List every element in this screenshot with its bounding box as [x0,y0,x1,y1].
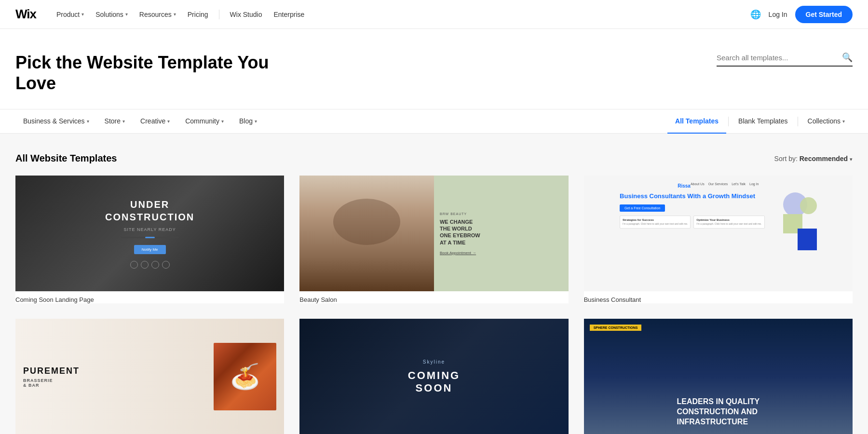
thumb-restaurant-content: PUREMENT BRASSERIE& BAR [15,319,284,434]
cat-store[interactable]: Store ▾ [97,109,133,134]
cat-all-templates-label: All Templates [675,117,719,125]
thumb-restaurant-sub: BRASSERIE& BAR [23,378,214,388]
cat-creative[interactable]: Creative ▾ [133,109,177,134]
template-card-restaurant[interactable]: PUREMENT BRASSERIE& BAR Purement Brasser… [15,319,284,434]
nav-product-label: Product [56,11,80,18]
nav-links: Product ▾ Solutions ▾ Resources ▾ Pricin… [52,7,750,22]
cat-right-divider-1 [728,117,729,126]
cat-blog-label: Blog [239,117,253,125]
nav-solutions[interactable]: Solutions ▾ [91,7,133,22]
cat-collections[interactable]: Collections ▾ [800,109,853,134]
thumb-construction-co-title: LEADERS IN QUALITYCONSTRUCTION ANDINFRAS… [677,397,760,427]
template-card-coming-soon-dark[interactable]: Skyline COMINGSOON Skyline Coming Soon [299,319,568,434]
cat-blank-templates[interactable]: Blank Templates [731,109,795,134]
thumb-construction-co-inner: SPHERE CONSTRUCTIONS LEADERS IN QUALITYC… [584,319,853,434]
nav-solutions-chevron: ▾ [125,12,128,17]
nav-pricing-label: Pricing [188,11,208,18]
thumb-biz-card-1-title: Strategies for Success [623,218,688,221]
thumb-business-shapes [769,192,817,250]
thumb-social-tw [162,261,170,269]
hero-section: Pick the Website Template You Love 🔍 [0,29,868,109]
template-card-coming-soon[interactable]: UNDERCONSTRUCTION SITE NEARLY READY Noti… [15,176,284,303]
thumb-beauty-right-panel: BRW BEAUTY WE CHANGETHE WORLDONE EYEBROW… [434,176,569,291]
sort-chevron-icon: ▾ [850,156,853,162]
thumb-beauty-tag: BRW BEAUTY [440,212,563,216]
nav-product[interactable]: Product ▾ [52,7,89,22]
template-card-name-2: Beauty Salon [299,296,568,303]
search-wrap: 🔍 [717,52,853,67]
template-card-business-consultant[interactable]: Rissa About Us Our Services Let's Talk L… [584,176,853,303]
cat-blank-templates-label: Blank Templates [738,117,787,125]
cat-blog-chevron: ▾ [255,119,257,124]
biz-shape-circle-green [800,197,817,214]
cat-blog[interactable]: Blog ▾ [231,109,265,134]
thumb-construction-co-badge: SPHERE CONSTRUCTIONS [590,325,642,331]
biz-nav-about: About Us [691,182,705,186]
nav-wix-studio-label: Wix Studio [230,11,262,18]
thumb-restaurant-image [214,343,276,410]
thumb-beauty-headline: WE CHANGETHE WORLDONE EYEBROWAT A TIME [440,218,563,246]
nav-resources[interactable]: Resources ▾ [135,7,181,22]
cat-collections-label: Collections [808,117,841,125]
thumb-coming-soon-logo: Skyline [423,359,445,365]
thumb-construction-inner: UNDERCONSTRUCTION SITE NEARLY READY Noti… [15,176,284,291]
wix-logo[interactable]: Wix [15,7,36,22]
cat-business-services-chevron: ▾ [87,119,89,124]
sort-control[interactable]: Sort by: Recommended ▾ [774,155,853,163]
thumb-business-nav: About Us Our Services Let's Talk Log In [691,182,759,186]
cat-store-label: Store [105,117,121,125]
globe-icon[interactable]: 🌐 [750,9,761,20]
cat-collections-chevron: ▾ [842,119,845,124]
cat-business-services[interactable]: Business & Services ▾ [15,109,97,134]
nav-pricing[interactable]: Pricing [183,7,213,22]
cat-community[interactable]: Community ▾ [177,109,231,134]
thumb-business-logo: Rissa [678,183,691,189]
thumb-business-cards: Strategies for Success I'm a paragraph. … [620,216,764,229]
thumb-beauty-cta: Book Appointment → [440,251,563,255]
template-thumb-beauty: BRW BEAUTY WE CHANGETHE WORLDONE EYEBROW… [299,176,568,291]
category-nav-left: Business & Services ▾ Store ▾ Creative ▾… [15,109,667,133]
template-card-beauty-salon[interactable]: BRW BEAUTY WE CHANGETHE WORLDONE EYEBROW… [299,176,568,303]
nav-enterprise[interactable]: Enterprise [269,7,309,22]
main-navbar: Wix Product ▾ Solutions ▾ Resources ▾ Pr… [0,0,868,29]
thumb-coming-soon-title: COMINGSOON [408,369,460,394]
thumb-beauty-face-wrap [299,176,434,291]
template-card-construction-co[interactable]: SPHERE CONSTRUCTIONS LEADERS IN QUALITYC… [584,319,853,434]
nav-product-chevron: ▾ [81,12,84,17]
nav-right: 🌐 Log In Get Started [750,6,853,23]
thumb-construction-social [130,261,170,269]
biz-shape-square-blue [798,229,817,250]
thumb-construction-bar-fill [145,237,155,238]
nav-solutions-label: Solutions [95,11,123,18]
thumb-social-in [141,261,149,269]
sort-by-label: Sort by: [774,155,798,163]
thumb-restaurant-inner: PUREMENT BRASSERIE& BAR [15,319,284,434]
thumb-restaurant-left: PUREMENT BRASSERIE& BAR [23,366,214,388]
sort-value: Recommended [800,155,848,163]
search-input[interactable] [717,54,842,62]
thumb-business-heading: Business Consultants With a Growth Minds… [620,192,764,201]
cat-all-templates[interactable]: All Templates [667,109,726,134]
section-title: All Website Templates [15,153,117,164]
thumb-biz-card-2-text: I'm a paragraph. Click here to add your … [696,222,761,226]
main-content: All Website Templates Sort by: Recommend… [0,134,868,434]
login-link[interactable]: Log In [769,11,787,18]
thumb-restaurant-brand: PUREMENT [23,366,214,376]
cat-business-services-label: Business & Services [23,117,85,125]
category-nav-right: All Templates Blank Templates Collection… [667,109,853,133]
cat-right-divider-2 [798,117,798,126]
section-header: All Website Templates Sort by: Recommend… [15,153,853,164]
thumb-biz-card-1: Strategies for Success I'm a paragraph. … [620,216,691,229]
thumb-business-inner: Rissa About Us Our Services Let's Talk L… [584,176,853,291]
template-thumb-coming-soon: UNDERCONSTRUCTION SITE NEARLY READY Noti… [15,176,284,291]
thumb-coming-soon-inner: Skyline COMINGSOON [299,319,568,434]
thumb-construction-notify-btn: Notify Me [134,245,166,254]
nav-enterprise-label: Enterprise [273,11,304,18]
template-card-name-3: Business Consultant [584,296,853,303]
biz-nav-login: Log In [749,182,759,186]
nav-wix-studio[interactable]: Wix Studio [225,7,267,22]
template-thumb-coming-soon-dark: Skyline COMINGSOON [299,319,568,434]
search-icon[interactable]: 🔍 [842,52,853,63]
biz-nav-services: Our Services [708,182,728,186]
get-started-button[interactable]: Get Started [795,6,853,23]
